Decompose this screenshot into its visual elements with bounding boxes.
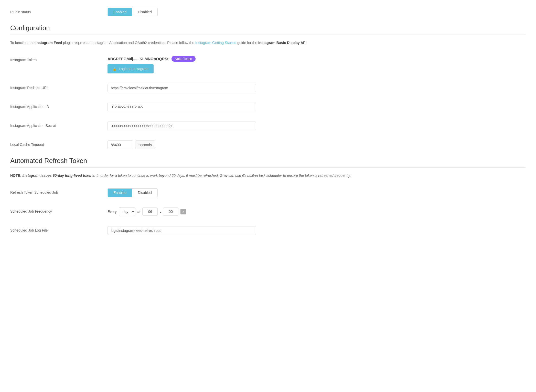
desc-plugin-name: Instagram Feed [36, 41, 62, 45]
app-id-input[interactable] [108, 103, 256, 111]
app-secret-row: Instagram Application Secret [10, 119, 526, 133]
desc-middle: plugin requires an Instagram Application… [63, 41, 195, 45]
token-value: ABCDEFGh0ij......KLMNOpOQRSt [108, 57, 168, 61]
note-bold-text: Instagram issues 60-day long-lived token… [22, 173, 351, 178]
frequency-hour-input[interactable] [142, 208, 158, 216]
token-display-row: ABCDEFGh0ij......KLMNOpOQRSt Valid Token [108, 56, 526, 62]
log-file-row: Scheduled Job Log File [10, 224, 526, 237]
note-label: NOTE: [10, 173, 22, 178]
frequency-day-select[interactable]: day [119, 207, 135, 216]
frequency-group: Every day at : x [108, 207, 526, 216]
configuration-section: Configuration To function, the Instagram… [10, 24, 526, 152]
scheduled-job-label: Refresh Token Scheduled Job [10, 188, 108, 194]
cache-group: seconds [108, 140, 526, 149]
instagram-token-control: ABCDEFGh0ij......KLMNOpOQRSt Valid Token… [108, 56, 526, 73]
note-bold: Instagram issues 60-day long-lived token… [22, 173, 95, 178]
log-file-input[interactable] [108, 226, 256, 235]
time-separator: : [160, 210, 161, 214]
plugin-status-toggle: Enabled Disabled [108, 8, 158, 16]
frequency-minute-input[interactable] [163, 208, 178, 216]
log-file-control [108, 226, 526, 235]
login-to-instagram-btn[interactable]: 🔒 Login to Instagram [108, 64, 154, 73]
plugin-status-disabled-btn[interactable]: Disabled [132, 8, 157, 16]
frequency-clear-btn[interactable]: x [180, 209, 186, 214]
cache-unit-label: seconds [135, 140, 155, 149]
cache-timeout-label: Local Cache Timeout [10, 140, 108, 147]
plugin-status-label: Plugin status [10, 10, 108, 14]
automated-refresh-section: Automated Refresh Token NOTE: Instagram … [10, 157, 526, 237]
redirect-uri-input[interactable] [108, 84, 256, 92]
frequency-label: Scheduled Job Frequency [10, 207, 108, 213]
lock-icon: 🔒 [113, 67, 117, 71]
note-box: NOTE: Instagram issues 60-day long-lived… [10, 173, 526, 178]
frequency-row: Scheduled Job Frequency Every day at : x [10, 205, 526, 219]
cache-timeout-input[interactable] [108, 140, 133, 149]
cache-timeout-row: Local Cache Timeout seconds [10, 138, 526, 152]
redirect-uri-row: Instagram Redirect URI [10, 81, 526, 95]
every-label: Every [108, 210, 117, 214]
app-id-label: Instagram Application ID [10, 103, 108, 109]
app-id-row: Instagram Application ID [10, 100, 526, 114]
instagram-getting-started-link[interactable]: Instagram Getting Started [195, 41, 236, 45]
desc-suffix: guide for the [237, 41, 258, 45]
app-secret-control [108, 122, 526, 130]
redirect-uri-control [108, 84, 526, 92]
scheduled-job-disabled-btn[interactable]: Disabled [132, 189, 157, 197]
plugin-status-row: Plugin status Enabled Disabled [10, 8, 526, 16]
at-label: at [137, 210, 141, 214]
desc-api-name: Instagram Basic Display API [258, 41, 307, 45]
plugin-status-enabled-btn[interactable]: Enabled [108, 8, 132, 16]
configuration-title: Configuration [10, 24, 526, 35]
scheduled-job-row: Refresh Token Scheduled Job Enabled Disa… [10, 186, 526, 200]
automated-refresh-title: Automated Refresh Token [10, 157, 526, 168]
app-secret-label: Instagram Application Secret [10, 122, 108, 128]
scheduled-job-control: Enabled Disabled [108, 188, 526, 197]
redirect-uri-label: Instagram Redirect URI [10, 84, 108, 90]
instagram-token-label: Instagram Token [10, 56, 108, 62]
app-id-control [108, 103, 526, 111]
scheduled-job-toggle: Enabled Disabled [108, 188, 158, 197]
log-file-label: Scheduled Job Log File [10, 226, 108, 232]
configuration-description: To function, the Instagram Feed plugin r… [10, 40, 526, 46]
scheduled-job-enabled-btn[interactable]: Enabled [108, 189, 132, 197]
login-btn-label: Login to Instagram [119, 67, 148, 71]
desc-prefix: To function, the [10, 41, 36, 45]
valid-token-badge: Valid Token [171, 56, 196, 62]
instagram-token-row: Instagram Token ABCDEFGh0ij......KLMNOpO… [10, 53, 526, 76]
cache-timeout-control: seconds [108, 140, 526, 149]
frequency-control: Every day at : x [108, 207, 526, 216]
app-secret-input[interactable] [108, 122, 256, 130]
